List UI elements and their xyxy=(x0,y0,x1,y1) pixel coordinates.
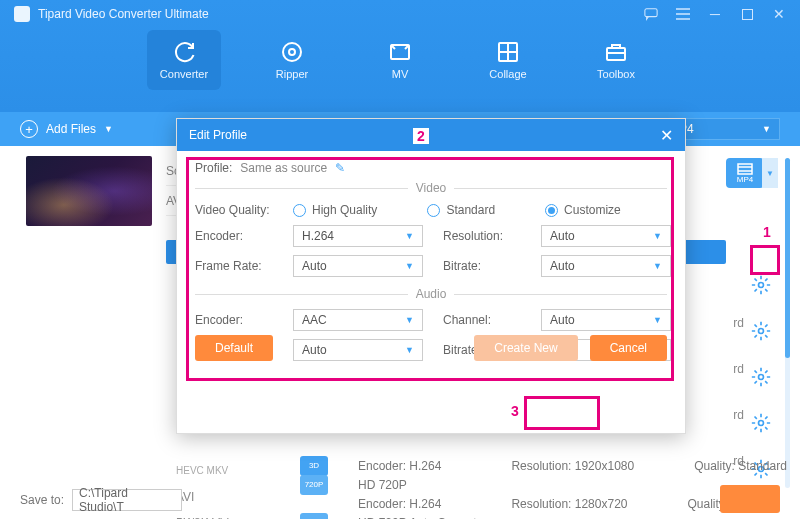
chevron-down-icon: ▼ xyxy=(104,124,113,134)
settings-gear-button[interactable] xyxy=(750,366,772,388)
settings-gear-button[interactable] xyxy=(750,320,772,342)
close-icon[interactable]: ✕ xyxy=(772,7,786,21)
callout-3: 3 xyxy=(524,396,600,430)
svg-rect-0 xyxy=(645,9,657,17)
svg-rect-1 xyxy=(742,9,752,19)
settings-gear-button[interactable] xyxy=(750,274,772,296)
mv-icon xyxy=(388,40,412,64)
nav-label: Ripper xyxy=(276,68,308,80)
film-icon xyxy=(737,163,753,175)
save-to-input[interactable]: C:\Tipard Studio\T xyxy=(72,489,182,511)
maximize-icon[interactable] xyxy=(740,7,754,21)
quality-text: rd xyxy=(733,312,744,334)
app-logo xyxy=(14,6,30,22)
feedback-icon[interactable] xyxy=(644,7,658,21)
scrollbar[interactable] xyxy=(785,158,790,488)
nav-collage[interactable]: Collage xyxy=(471,30,545,90)
category-item[interactable]: HEVC MKV xyxy=(166,458,286,484)
converter-icon xyxy=(172,40,196,64)
encoder-text: Encoder: H.264 xyxy=(358,459,441,473)
save-to-label: Save to: xyxy=(20,493,64,507)
settings-gear-button[interactable] xyxy=(750,412,772,434)
resolution-text: Resolution: 1920x1080 xyxy=(511,459,634,473)
category-item[interactable]: AVI xyxy=(166,484,286,510)
nav-label: Converter xyxy=(160,68,208,80)
format-icon: 720P xyxy=(300,475,328,495)
dialog-title: Edit Profile xyxy=(189,128,247,142)
video-thumbnail[interactable] xyxy=(26,156,152,226)
ripper-icon xyxy=(280,40,304,64)
add-files-button[interactable]: + Add Files ▼ xyxy=(20,120,113,138)
svg-point-11 xyxy=(759,421,764,426)
svg-point-8 xyxy=(759,283,764,288)
title-text: HD 720P xyxy=(358,478,407,492)
minimize-icon[interactable]: ─ xyxy=(708,7,722,21)
menu-icon[interactable] xyxy=(676,7,690,21)
title-text: HD 720P Auto Correct xyxy=(358,516,477,520)
format-icon: 3D xyxy=(300,456,328,476)
nav-label: Toolbox xyxy=(597,68,635,80)
nav-label: MV xyxy=(392,68,409,80)
svg-rect-7 xyxy=(738,164,752,174)
add-files-label: Add Files xyxy=(46,122,96,136)
chevron-down-icon: ▼ xyxy=(762,124,771,134)
quality-text: rd xyxy=(733,404,744,426)
collage-icon xyxy=(496,40,520,64)
format-icon: 720P xyxy=(300,513,328,520)
app-title: Tipard Video Converter Ultimate xyxy=(38,7,209,21)
callout-2: 2 xyxy=(186,157,674,381)
format-dropdown[interactable]: ▼ xyxy=(762,158,778,188)
encoder-text: Encoder: H.264 xyxy=(358,497,441,511)
svg-point-2 xyxy=(283,43,301,61)
nav-mv[interactable]: MV xyxy=(363,30,437,90)
resolution-text: Resolution: 1280x720 xyxy=(511,497,627,511)
nav-toolbox[interactable]: Toolbox xyxy=(579,30,653,90)
convert-button[interactable] xyxy=(720,485,780,513)
svg-point-10 xyxy=(759,375,764,380)
category-item[interactable]: 5K/8K Video xyxy=(166,510,286,519)
close-icon[interactable]: ✕ xyxy=(660,126,673,145)
plus-icon: + xyxy=(20,120,38,138)
quality-text: Quality: Standard xyxy=(694,459,787,473)
nav-label: Collage xyxy=(489,68,526,80)
output-format-badge[interactable]: MP4 xyxy=(726,158,764,188)
svg-point-3 xyxy=(289,49,295,55)
quality-text: rd xyxy=(733,358,744,380)
nav-converter[interactable]: Converter xyxy=(147,30,221,90)
toolbox-icon xyxy=(604,40,628,64)
format-text: MP4 xyxy=(737,175,753,184)
callout-1: 1 xyxy=(750,245,780,275)
svg-point-9 xyxy=(759,329,764,334)
nav-ripper[interactable]: Ripper xyxy=(255,30,329,90)
